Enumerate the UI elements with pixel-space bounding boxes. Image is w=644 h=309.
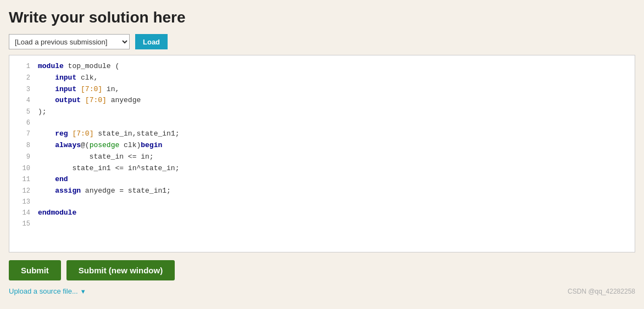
watermark: CSDN @qq_42282258 [568,288,635,295]
line-number: 10 [15,164,30,174]
code-editor[interactable]: 1module top_module (2 input clk,3 input … [9,55,635,252]
line-content: module top_module ( [38,61,119,72]
line-number: 8 [15,141,30,151]
code-line: 5); [9,106,635,118]
line-content: end [38,174,68,186]
line-number: 6 [15,118,30,128]
upload-link[interactable]: Upload a source file... ▼ [9,287,86,295]
submission-select[interactable]: [Load a previous submission] [9,34,130,49]
code-line: 3 input [7:0] in, [9,84,635,95]
line-number: 5 [15,107,30,117]
line-number: 15 [15,219,30,229]
line-number: 4 [15,95,30,106]
page-title: Write your solution here [9,9,635,26]
code-line: 15 [9,219,635,229]
line-number: 3 [15,85,30,95]
footer-row: Upload a source file... ▼ CSDN @qq_42282… [9,287,635,295]
code-line: 4 output [7:0] anyedge [9,95,635,106]
line-number: 1 [15,61,30,72]
line-content: state_in1 <= in^state_in; [38,163,179,175]
code-line: 9 state_in <= in; [9,151,635,163]
line-number: 7 [15,129,30,139]
code-line: 13 [9,197,635,207]
line-content: ); [38,106,47,118]
line-content: endmodule [38,207,76,219]
line-number: 14 [15,208,30,218]
line-number: 9 [15,152,30,162]
code-line: 14endmodule [9,207,635,219]
code-line: 10 state_in1 <= in^state_in; [9,163,635,175]
line-content: assign anyedge = state_in1; [38,186,171,197]
line-content: input clk, [38,72,98,84]
submit-button[interactable]: Submit [9,260,61,280]
line-content: output [7:0] anyedge [38,95,141,106]
code-line: 1module top_module ( [9,61,635,72]
code-line: 8 always@(posedge clk)begin [9,140,635,151]
load-button[interactable]: Load [135,34,168,49]
code-line: 6 [9,118,635,128]
line-content: reg [7:0] state_in,state_in1; [38,128,179,140]
line-content: always@(posedge clk)begin [38,140,162,151]
submit-new-window-button[interactable]: Submit (new window) [66,260,175,280]
line-number: 2 [15,73,30,83]
line-content: input [7:0] in, [38,84,119,95]
line-number: 11 [15,175,30,185]
toolbar: [Load a previous submission] Load [9,34,635,49]
line-number: 12 [15,186,30,196]
code-line: 12 assign anyedge = state_in1; [9,186,635,197]
code-line: 11 end [9,174,635,186]
line-content: state_in <= in; [38,151,154,163]
code-line: 2 input clk, [9,72,635,84]
buttons-row: Submit Submit (new window) [9,260,635,280]
line-number: 13 [15,197,30,207]
code-line: 7 reg [7:0] state_in,state_in1; [9,128,635,140]
upload-label: Upload a source file... [9,287,78,295]
chevron-down-icon: ▼ [80,288,86,295]
